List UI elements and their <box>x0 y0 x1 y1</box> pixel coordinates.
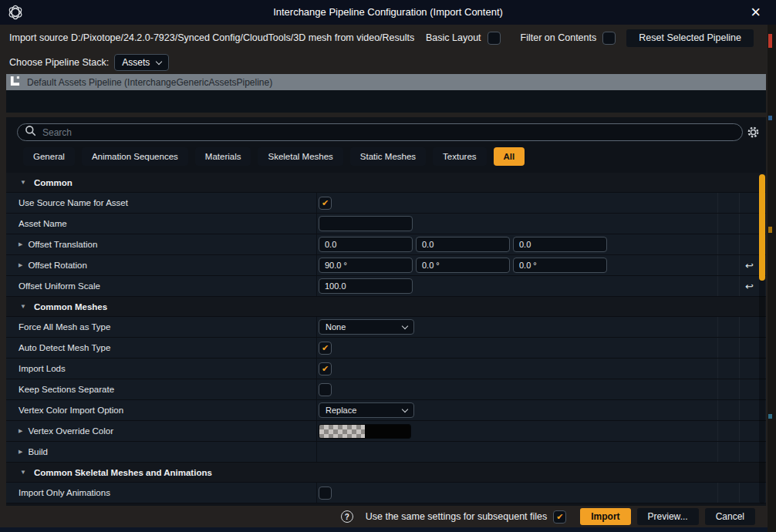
input-offset-rotation-z[interactable] <box>513 258 607 273</box>
row-reset-cell <box>739 421 759 441</box>
search-box[interactable] <box>17 123 743 141</box>
input-offset-rotation-y[interactable] <box>416 258 510 273</box>
property-label: Auto Detect Mesh Type <box>19 343 110 352</box>
settings-gear-icon[interactable] <box>743 126 764 139</box>
property-label: Asset Name <box>19 219 67 228</box>
same-settings-checkbox[interactable]: ✔ <box>553 510 566 524</box>
property-value-cell: ✔ <box>316 193 717 213</box>
input-offset-rotation-x[interactable] <box>319 258 413 273</box>
property-row-import-only-animations: Import Only Animations <box>6 483 766 503</box>
reset-to-default-icon[interactable]: ↩ <box>745 281 754 291</box>
window-bottom-border <box>0 527 768 532</box>
row-spare-cell <box>717 234 739 254</box>
tab-materials[interactable]: Materials <box>195 147 251 166</box>
expand-chevron-icon[interactable]: ▶ <box>19 241 22 247</box>
property-row-offset-uniform-scale: Offset Uniform Scale↩ <box>6 276 766 297</box>
property-row-offset-translation: ▶Offset Translation <box>6 234 766 255</box>
input-offset-uniform-scale[interactable] <box>319 278 413 294</box>
row-spare-cell <box>717 317 739 337</box>
tab-skeletal-meshes[interactable]: Skeletal Meshes <box>258 147 342 166</box>
close-icon[interactable]: × <box>751 2 761 22</box>
expand-chevron-icon[interactable]: ▶ <box>19 262 22 268</box>
property-label: Offset Rotation <box>28 261 87 270</box>
titlebar: Interchange Pipeline Configuration (Impo… <box>0 0 776 25</box>
check-icon: ✔ <box>322 199 329 207</box>
filter-on-contents-checkbox[interactable] <box>602 32 616 45</box>
property-label: Offset Translation <box>28 240 97 249</box>
property-value-cell <box>316 255 717 275</box>
search-input[interactable] <box>42 127 737 138</box>
color-swatch-vertex-override-color[interactable] <box>319 424 411 439</box>
toolbar: Import source D:/Pixotope/24.2.0-7923/Sy… <box>0 25 768 51</box>
row-reset-cell <box>739 214 759 234</box>
tab-animation-sequences[interactable]: Animation Sequences <box>82 147 188 166</box>
row-reset-cell <box>739 442 759 462</box>
checkbox-auto-detect-mesh-type[interactable]: ✔ <box>319 342 332 355</box>
help-icon[interactable]: ? <box>341 510 353 523</box>
scrollbar-thumb[interactable] <box>759 174 765 281</box>
reset-to-default-icon[interactable]: ↩ <box>745 261 754 271</box>
row-reset-cell <box>739 234 759 254</box>
checkbox-import-only-animations[interactable] <box>319 487 332 500</box>
expand-chevron-icon[interactable]: ▶ <box>19 449 22 455</box>
section-title: Common Skeletal Meshes and Animations <box>34 468 212 477</box>
dropdown-force-all-mesh-as-type[interactable]: None <box>319 319 414 335</box>
property-row-vertex-override-color: ▶Vertex Override Color <box>6 421 766 442</box>
section-header-common[interactable]: ▼Common <box>6 173 766 193</box>
chevron-down-icon <box>402 406 408 412</box>
input-asset-name[interactable] <box>319 216 413 231</box>
pipeline-stack-label: Choose Pipeline Stack: <box>9 57 109 68</box>
property-label-cell: ▶Vertex Override Color <box>6 421 316 441</box>
preview-button[interactable]: Preview... <box>637 508 699 525</box>
cancel-button[interactable]: Cancel <box>705 508 755 525</box>
row-spare-cell <box>717 442 739 462</box>
search-row <box>17 123 764 141</box>
property-label-cell: Import Lods <box>6 359 316 379</box>
row-spare-cell <box>717 379 739 399</box>
property-row-build: ▶Build <box>6 442 766 463</box>
checkbox-import-lods[interactable]: ✔ <box>319 362 332 375</box>
search-icon <box>25 125 36 140</box>
property-value-cell <box>316 379 717 399</box>
property-row-asset-name: Asset Name <box>6 214 766 234</box>
checkbox-keep-sections-separate[interactable] <box>319 383 332 396</box>
property-label: Vertex Override Color <box>28 426 113 436</box>
row-reset-cell <box>739 193 759 213</box>
property-value-cell <box>316 442 717 462</box>
input-offset-translation-z[interactable] <box>513 237 607 252</box>
tab-all[interactable]: All <box>494 147 525 166</box>
pipeline-stack-dropdown[interactable]: Assets <box>114 54 169 71</box>
dropdown-vertex-color-import-option[interactable]: Replace <box>319 402 414 418</box>
properties: ▼CommonUse Source Name for Asset✔Asset N… <box>6 173 766 503</box>
pipeline-list-item[interactable]: Default Assets Pipeline (InterchangeGene… <box>6 74 766 90</box>
property-label-cell: Asset Name <box>6 214 316 234</box>
scrollbar[interactable] <box>759 174 765 503</box>
input-offset-translation-x[interactable] <box>319 237 413 252</box>
reset-selected-pipeline-button[interactable]: Reset Selected Pipeline <box>626 29 754 47</box>
dropdown-value: None <box>326 322 346 332</box>
window-edge <box>768 25 776 532</box>
row-reset-cell: ↩ <box>739 255 759 275</box>
basic-layout-checkbox[interactable] <box>488 32 501 45</box>
tab-textures[interactable]: Textures <box>433 147 486 166</box>
property-label: Keep Sections Separate <box>19 385 114 394</box>
expand-chevron-icon[interactable]: ▶ <box>19 428 22 434</box>
input-offset-translation-y[interactable] <box>416 237 510 252</box>
tab-static-meshes[interactable]: Static Meshes <box>350 147 426 166</box>
property-label: Import Only Animations <box>19 488 110 497</box>
section-title: Common <box>34 178 73 187</box>
section-header-common-meshes[interactable]: ▼Common Meshes <box>6 297 766 317</box>
property-value-cell: ✔ <box>316 359 717 379</box>
row-spare-cell <box>717 421 739 441</box>
import-button[interactable]: Import <box>580 508 630 525</box>
tab-general[interactable]: General <box>23 147 75 166</box>
property-value-cell: None <box>316 317 717 337</box>
pipeline-list: Default Assets Pipeline (InterchangeGene… <box>6 74 766 113</box>
pipeline-icon <box>9 76 20 89</box>
property-row-import-lods: Import Lods✔ <box>6 359 766 379</box>
section-header-common-skeletal-meshes-and-animations[interactable]: ▼Common Skeletal Meshes and Animations <box>6 463 766 483</box>
row-spare-cell <box>717 255 739 275</box>
checkbox-use-source-name-for-asset[interactable]: ✔ <box>319 197 332 210</box>
property-label-cell: ▶Build <box>6 442 316 462</box>
check-icon: ✔ <box>322 365 329 373</box>
